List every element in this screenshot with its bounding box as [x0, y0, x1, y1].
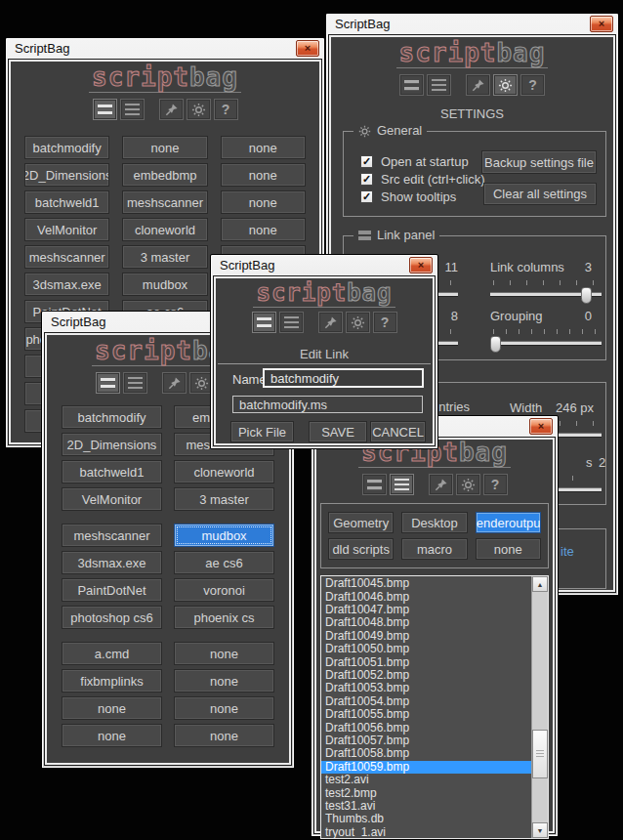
- file-list-item[interactable]: Draft10055.bmp: [321, 708, 531, 721]
- file-list-item[interactable]: test2.bmp: [321, 787, 531, 800]
- scroll-down-icon[interactable]: ▼: [532, 822, 548, 838]
- list-view-button[interactable]: [390, 474, 414, 495]
- link-button[interactable]: cloneworld: [122, 218, 207, 241]
- link-button[interactable]: 3dsmax.exe: [62, 551, 162, 574]
- link-button[interactable]: none: [62, 696, 162, 720]
- settings-button[interactable]: [187, 99, 211, 120]
- list-view-button[interactable]: [279, 312, 304, 333]
- settings-button[interactable]: [346, 312, 370, 333]
- slider[interactable]: [490, 286, 602, 304]
- file-list-item[interactable]: Draft10058.bmp: [321, 747, 531, 760]
- checkbox[interactable]: ✓: [360, 173, 373, 186]
- settings-button[interactable]: [493, 74, 518, 96]
- cancel-button[interactable]: CANCEL: [370, 421, 426, 442]
- file-list-item[interactable]: tryout_1.avi: [321, 826, 531, 839]
- file-list-item[interactable]: Draft10050.bmp: [321, 643, 531, 655]
- pin-button[interactable]: [429, 474, 453, 495]
- link-button[interactable]: none: [174, 642, 274, 665]
- link-button[interactable]: none: [221, 218, 306, 241]
- checkbox[interactable]: ✓: [360, 155, 373, 168]
- link-button[interactable]: 3 master: [122, 245, 207, 269]
- file-list-item[interactable]: Draft10048.bmp: [321, 616, 531, 629]
- slider-thumb[interactable]: [581, 287, 592, 304]
- folder-tab-button[interactable]: Desktop: [401, 512, 467, 533]
- scrollbar-thumb[interactable]: [532, 730, 548, 778]
- scrollbar[interactable]: ▲ ▼: [531, 576, 548, 838]
- link-button[interactable]: photoshop cs6: [62, 606, 162, 629]
- folder-tab-button[interactable]: renderoutput: [476, 512, 541, 533]
- file-list-item[interactable]: Draft10047.bmp: [321, 604, 531, 616]
- link-button[interactable]: batchmodify: [24, 136, 109, 159]
- link-button[interactable]: PaintDotNet: [62, 578, 162, 602]
- grid-view-button[interactable]: [93, 99, 117, 120]
- link-button[interactable]: none: [221, 190, 306, 214]
- link-button[interactable]: mudbox: [174, 524, 274, 547]
- link-button[interactable]: meshscanner: [62, 524, 162, 547]
- link-button[interactable]: none: [221, 136, 306, 159]
- titlebar[interactable]: ScriptBag ×: [6, 38, 324, 59]
- link-button[interactable]: VelMonitor: [24, 218, 109, 241]
- file-list-item[interactable]: Draft10054.bmp: [321, 695, 531, 708]
- file-path-input[interactable]: batchmodify.ms: [232, 396, 423, 413]
- name-input[interactable]: batchmodify: [263, 368, 424, 388]
- link-button[interactable]: none: [122, 136, 207, 159]
- help-button[interactable]: ?: [520, 74, 545, 96]
- save-button[interactable]: SAVE: [309, 421, 367, 442]
- pin-button[interactable]: [466, 74, 490, 96]
- close-icon[interactable]: ×: [296, 40, 319, 57]
- file-list-item[interactable]: Draft10045.bmp: [321, 577, 531, 590]
- slider-thumb[interactable]: [490, 336, 501, 353]
- folder-tab-button[interactable]: none: [476, 538, 541, 560]
- pin-button[interactable]: [159, 99, 184, 120]
- help-button[interactable]: ?: [483, 474, 508, 495]
- close-icon[interactable]: ×: [409, 257, 433, 273]
- file-list-item[interactable]: Draft10056.bmp: [321, 722, 531, 735]
- file-list-item[interactable]: Thumbs.db: [321, 813, 531, 825]
- folder-tab-button[interactable]: Geometry: [328, 512, 394, 533]
- file-list-item[interactable]: Draft10057.bmp: [321, 735, 531, 747]
- link-button[interactable]: embedbmp: [122, 163, 207, 187]
- link-button[interactable]: batchweld1: [24, 190, 109, 214]
- grid-view-button[interactable]: [399, 74, 424, 96]
- help-button[interactable]: ?: [373, 312, 397, 333]
- backup-settings-button[interactable]: Backup settings file: [481, 150, 597, 174]
- file-list-item[interactable]: test31.avi: [321, 800, 531, 813]
- folder-tab-button[interactable]: macro: [401, 538, 467, 560]
- clear-settings-button[interactable]: Clear all settings: [483, 183, 597, 205]
- link-button[interactable]: meshscanner: [122, 190, 207, 214]
- scroll-up-icon[interactable]: ▲: [532, 576, 548, 592]
- file-list-item[interactable]: Draft10051.bmp: [321, 656, 531, 669]
- file-list-item[interactable]: Draft10046.bmp: [321, 591, 531, 604]
- link-button[interactable]: batchmodify: [62, 405, 162, 429]
- link-button[interactable]: voronoi: [174, 578, 274, 602]
- close-icon[interactable]: ×: [590, 16, 613, 32]
- file-list-item[interactable]: Draft10049.bmp: [321, 630, 531, 643]
- settings-button[interactable]: [456, 474, 480, 495]
- link-button[interactable]: 2D_Dimensions: [62, 433, 162, 456]
- link-button[interactable]: 3 master: [174, 487, 274, 511]
- link-button[interactable]: phoenix cs: [174, 606, 274, 629]
- link-button[interactable]: none: [62, 724, 162, 747]
- grid-view-button[interactable]: [96, 372, 120, 394]
- close-icon[interactable]: ×: [529, 418, 553, 435]
- titlebar[interactable]: ScriptBag ×: [326, 14, 618, 34]
- link-button[interactable]: meshscanner: [24, 245, 109, 269]
- website-link-fragment[interactable]: ite: [561, 544, 574, 559]
- list-view-button[interactable]: [123, 372, 147, 394]
- grid-view-button[interactable]: [362, 474, 387, 495]
- link-button[interactable]: cloneworld: [174, 460, 274, 483]
- pin-button[interactable]: [162, 372, 187, 394]
- link-button[interactable]: mudbox: [122, 273, 207, 296]
- link-button[interactable]: VelMonitor: [62, 487, 162, 511]
- file-list-item[interactable]: Draft10052.bmp: [321, 669, 531, 682]
- pin-button[interactable]: [318, 312, 343, 333]
- list-view-button[interactable]: [427, 74, 451, 96]
- help-button[interactable]: ?: [214, 99, 238, 120]
- file-list-item[interactable]: test2.avi: [321, 774, 531, 786]
- link-button[interactable]: fixbmplinks: [62, 669, 162, 693]
- link-button[interactable]: none: [221, 163, 306, 187]
- grid-view-button[interactable]: [252, 312, 276, 333]
- link-button[interactable]: none: [174, 669, 274, 693]
- link-button[interactable]: 2D_Dimensions: [24, 163, 109, 187]
- link-button[interactable]: batchweld1: [62, 460, 162, 483]
